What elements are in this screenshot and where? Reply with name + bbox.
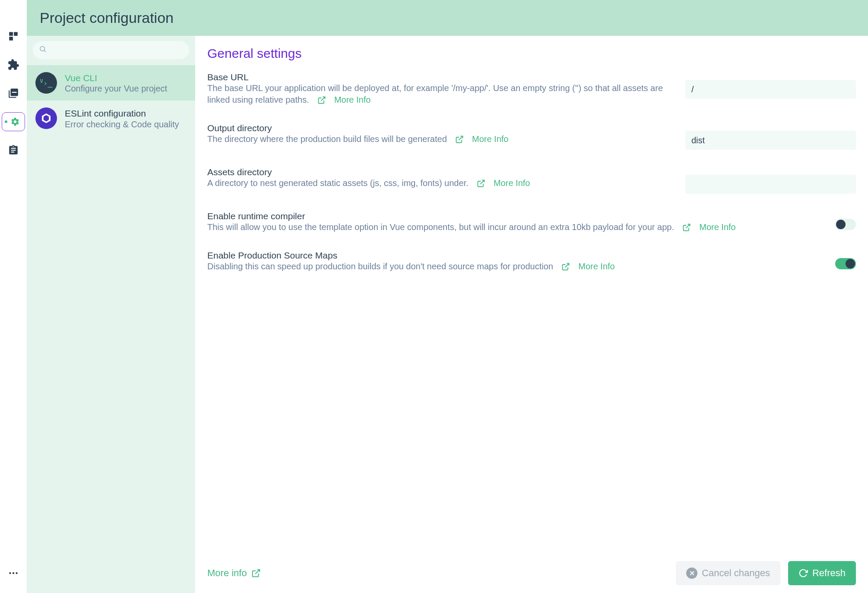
config-item-desc: Configure your Vue project (65, 84, 187, 94)
setting-label: Output directory (207, 123, 668, 133)
external-link-icon (477, 179, 485, 188)
config-list: V›_Vue CLIConfigure your Vue projectESLi… (27, 36, 195, 593)
setting-label: Enable Production Source Maps (207, 250, 818, 261)
config-item-name: Vue CLI (65, 72, 187, 84)
collections-icon (8, 88, 19, 99)
nav-tasks[interactable] (4, 141, 23, 160)
setting-productionSourceMap: Enable Production Source MapsDisabling t… (207, 250, 856, 272)
eslint-icon (35, 107, 57, 129)
setting-more-info[interactable]: More Info (471, 178, 530, 188)
productionSourceMap-toggle[interactable] (835, 258, 856, 269)
refresh-label: Refresh (812, 568, 846, 579)
nav-iconbar (0, 0, 27, 593)
setting-baseUrl: Base URLThe base URL your application wi… (207, 72, 856, 106)
setting-desc: The directory where the production build… (207, 134, 449, 144)
page-title: Project configuration (40, 9, 855, 26)
svg-rect-1 (14, 32, 18, 36)
svg-line-11 (459, 136, 463, 140)
setting-label: Assets directory (207, 167, 668, 177)
svg-rect-2 (9, 37, 13, 41)
external-link-icon (682, 223, 691, 232)
setting-desc: This will allow you to use the template … (207, 222, 677, 232)
more-horizontal-icon (8, 568, 19, 579)
setting-more-info[interactable]: More Info (449, 134, 508, 144)
setting-assetsDir: Assets directoryA directory to nest gene… (207, 167, 856, 194)
panel-heading: General settings (207, 46, 856, 61)
nav-dependencies[interactable] (4, 84, 23, 103)
search-icon (39, 45, 47, 55)
nav-plugins[interactable] (4, 55, 23, 74)
svg-line-13 (686, 224, 690, 228)
cancel-label: Cancel changes (702, 568, 770, 579)
svg-line-15 (255, 570, 260, 574)
settings-panel: General settings Base URLThe base URL yo… (195, 36, 868, 593)
config-search-input[interactable] (33, 41, 189, 59)
puzzle-icon (7, 59, 19, 71)
setting-desc: Disabling this can speed up production b… (207, 262, 556, 271)
titlebar: Project configuration (27, 0, 868, 36)
refresh-icon (798, 568, 808, 578)
baseUrl-input[interactable] (685, 80, 856, 99)
svg-line-12 (480, 180, 484, 184)
nav-configuration[interactable] (2, 112, 25, 131)
nav-more[interactable] (8, 568, 19, 581)
footer-bar: More info ✕ Cancel changes Refresh (195, 553, 868, 593)
external-link-icon (561, 262, 570, 271)
svg-point-3 (9, 572, 11, 574)
external-link-icon (251, 568, 261, 578)
setting-label: Enable runtime compiler (207, 211, 818, 221)
svg-point-6 (40, 47, 45, 51)
cancel-changes-button[interactable]: ✕ Cancel changes (676, 561, 780, 585)
assetsDir-input[interactable] (685, 175, 856, 194)
dashboard-icon (8, 31, 19, 42)
svg-point-5 (16, 572, 17, 574)
clipboard-icon (8, 145, 19, 156)
setting-more-info[interactable]: More Info (677, 222, 736, 232)
setting-runtimeCompiler: Enable runtime compilerThis will allow y… (207, 211, 856, 233)
svg-line-14 (565, 263, 569, 267)
runtimeCompiler-toggle[interactable] (835, 219, 856, 230)
config-item-vue-cli[interactable]: V›_Vue CLIConfigure your Vue project (27, 65, 195, 101)
setting-more-info[interactable]: More Info (556, 262, 615, 271)
setting-more-info[interactable]: More Info (311, 95, 371, 105)
vue-icon: V›_ (40, 78, 53, 88)
svg-rect-0 (9, 32, 13, 36)
config-item-desc: Error checking & Code quality (65, 120, 187, 129)
config-item-eslint[interactable]: ESLint configurationError checking & Cod… (27, 101, 195, 136)
svg-line-7 (44, 50, 45, 52)
footer-more-info-label: More info (207, 568, 247, 579)
config-item-name: ESLint configuration (65, 107, 187, 119)
footer-more-info[interactable]: More info (207, 568, 261, 579)
setting-outputDir: Output directoryThe directory where the … (207, 123, 856, 150)
close-circle-icon: ✕ (686, 568, 697, 579)
refresh-button[interactable]: Refresh (788, 561, 856, 585)
external-link-icon (317, 96, 326, 104)
setting-desc: The base URL your application will be de… (207, 83, 663, 104)
setting-label: Base URL (207, 72, 668, 82)
svg-point-4 (13, 572, 14, 574)
setting-desc: A directory to nest generated static ass… (207, 178, 471, 188)
outputDir-input[interactable] (685, 131, 856, 150)
external-link-icon (455, 135, 464, 144)
nav-dashboard[interactable] (4, 27, 23, 46)
vue-icon: V›_ (35, 72, 57, 94)
svg-line-10 (321, 97, 325, 101)
gear-icon (10, 117, 20, 126)
